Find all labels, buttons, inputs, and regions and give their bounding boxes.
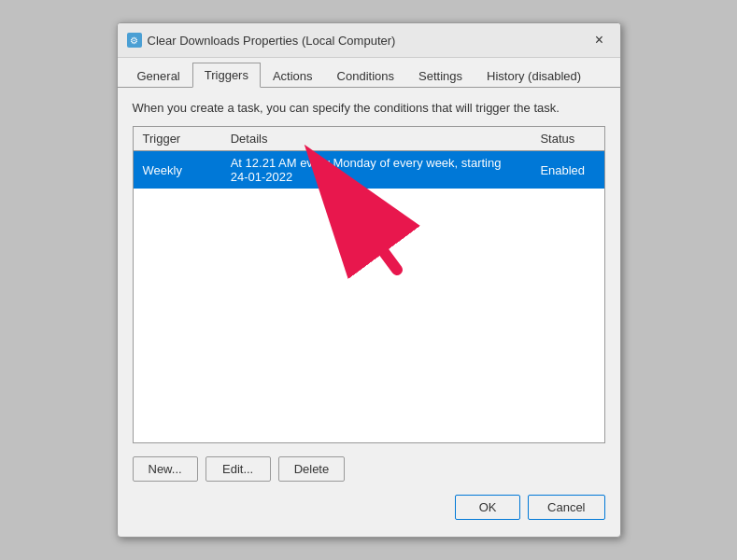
tab-triggers[interactable]: Triggers: [192, 63, 261, 88]
table-row[interactable]: WeeklyAt 12.21 AM every Monday of every …: [134, 151, 604, 189]
delete-button[interactable]: Delete: [278, 456, 346, 482]
cell-trigger: Weekly: [134, 151, 221, 189]
bottom-buttons-row: OK Cancel: [133, 495, 605, 524]
tab-bar: General Triggers Actions Conditions Sett…: [118, 58, 620, 88]
edit-button[interactable]: Edit...: [206, 456, 271, 482]
col-header-trigger: Trigger: [134, 127, 221, 151]
tab-history[interactable]: History (disabled): [475, 63, 593, 88]
close-button[interactable]: ×: [588, 29, 611, 51]
dialog-title: Clear Downloads Properties (Local Comput…: [148, 34, 396, 48]
description-text: When you create a task, you can specify …: [133, 101, 605, 115]
tab-actions[interactable]: Actions: [261, 63, 325, 88]
tab-general[interactable]: General: [125, 63, 192, 88]
cancel-button[interactable]: Cancel: [528, 495, 604, 520]
col-header-details: Details: [221, 127, 531, 151]
new-button[interactable]: New...: [133, 456, 198, 482]
tab-settings[interactable]: Settings: [406, 63, 475, 88]
tab-content: When you create a task, you can specify …: [118, 88, 620, 537]
table-header-row: Trigger Details Status: [134, 127, 604, 151]
cell-status: Enabled: [531, 151, 603, 189]
triggers-table-container[interactable]: Trigger Details Status WeeklyAt 12.21 AM…: [133, 126, 605, 443]
triggers-table: Trigger Details Status WeeklyAt 12.21 AM…: [134, 127, 604, 189]
ok-button[interactable]: OK: [455, 495, 520, 520]
dialog-icon: ⚙: [127, 33, 142, 48]
action-buttons-row: New... Edit... Delete: [133, 456, 605, 482]
cell-details: At 12.21 AM every Monday of every week, …: [221, 151, 531, 189]
title-bar: ⚙ Clear Downloads Properties (Local Comp…: [118, 23, 620, 58]
tab-conditions[interactable]: Conditions: [325, 63, 406, 88]
col-header-status: Status: [531, 127, 603, 151]
